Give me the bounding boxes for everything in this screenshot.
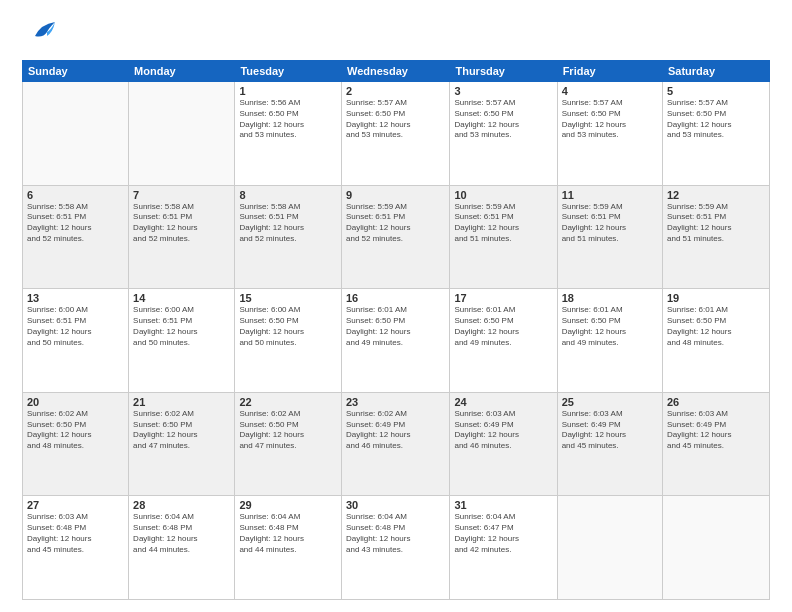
day-number: 15 [239,292,337,304]
day-info: Sunrise: 6:04 AM Sunset: 6:48 PM Dayligh… [346,512,445,555]
calendar-cell: 11Sunrise: 5:59 AM Sunset: 6:51 PM Dayli… [557,185,662,289]
calendar-cell: 4Sunrise: 5:57 AM Sunset: 6:50 PM Daylig… [557,82,662,186]
calendar-page: SundayMondayTuesdayWednesdayThursdayFrid… [0,0,792,612]
weekday-header-thursday: Thursday [450,61,557,82]
weekday-header-saturday: Saturday [663,61,770,82]
calendar-cell: 26Sunrise: 6:03 AM Sunset: 6:49 PM Dayli… [663,392,770,496]
calendar-cell: 27Sunrise: 6:03 AM Sunset: 6:48 PM Dayli… [23,496,129,600]
calendar-cell: 2Sunrise: 5:57 AM Sunset: 6:50 PM Daylig… [341,82,449,186]
day-info: Sunrise: 6:02 AM Sunset: 6:50 PM Dayligh… [27,409,124,452]
calendar-cell: 3Sunrise: 5:57 AM Sunset: 6:50 PM Daylig… [450,82,557,186]
calendar-cell: 13Sunrise: 6:00 AM Sunset: 6:51 PM Dayli… [23,289,129,393]
day-number: 25 [562,396,658,408]
logo-bird-icon [27,14,59,52]
day-number: 10 [454,189,552,201]
calendar-cell: 22Sunrise: 6:02 AM Sunset: 6:50 PM Dayli… [235,392,342,496]
calendar-cell: 18Sunrise: 6:01 AM Sunset: 6:50 PM Dayli… [557,289,662,393]
calendar-cell: 24Sunrise: 6:03 AM Sunset: 6:49 PM Dayli… [450,392,557,496]
logo [22,18,59,52]
day-number: 23 [346,396,445,408]
day-info: Sunrise: 6:01 AM Sunset: 6:50 PM Dayligh… [346,305,445,348]
calendar-cell: 14Sunrise: 6:00 AM Sunset: 6:51 PM Dayli… [129,289,235,393]
day-number: 31 [454,499,552,511]
calendar-cell [557,496,662,600]
day-number: 2 [346,85,445,97]
day-info: Sunrise: 6:02 AM Sunset: 6:50 PM Dayligh… [239,409,337,452]
calendar-cell: 8Sunrise: 5:58 AM Sunset: 6:51 PM Daylig… [235,185,342,289]
day-number: 14 [133,292,230,304]
day-info: Sunrise: 6:01 AM Sunset: 6:50 PM Dayligh… [562,305,658,348]
day-number: 28 [133,499,230,511]
calendar-cell: 5Sunrise: 5:57 AM Sunset: 6:50 PM Daylig… [663,82,770,186]
day-number: 4 [562,85,658,97]
calendar-cell: 12Sunrise: 5:59 AM Sunset: 6:51 PM Dayli… [663,185,770,289]
day-number: 29 [239,499,337,511]
day-info: Sunrise: 6:03 AM Sunset: 6:49 PM Dayligh… [562,409,658,452]
day-info: Sunrise: 5:57 AM Sunset: 6:50 PM Dayligh… [667,98,765,141]
day-info: Sunrise: 6:00 AM Sunset: 6:51 PM Dayligh… [27,305,124,348]
day-info: Sunrise: 5:58 AM Sunset: 6:51 PM Dayligh… [133,202,230,245]
day-info: Sunrise: 5:59 AM Sunset: 6:51 PM Dayligh… [454,202,552,245]
calendar-week-1: 1Sunrise: 5:56 AM Sunset: 6:50 PM Daylig… [23,82,770,186]
day-number: 3 [454,85,552,97]
weekday-header-monday: Monday [129,61,235,82]
weekday-header-sunday: Sunday [23,61,129,82]
calendar-cell [23,82,129,186]
day-number: 18 [562,292,658,304]
calendar-cell: 17Sunrise: 6:01 AM Sunset: 6:50 PM Dayli… [450,289,557,393]
day-info: Sunrise: 5:58 AM Sunset: 6:51 PM Dayligh… [27,202,124,245]
calendar-cell: 29Sunrise: 6:04 AM Sunset: 6:48 PM Dayli… [235,496,342,600]
calendar-cell: 23Sunrise: 6:02 AM Sunset: 6:49 PM Dayli… [341,392,449,496]
day-info: Sunrise: 5:59 AM Sunset: 6:51 PM Dayligh… [562,202,658,245]
day-number: 6 [27,189,124,201]
day-number: 16 [346,292,445,304]
day-info: Sunrise: 5:57 AM Sunset: 6:50 PM Dayligh… [454,98,552,141]
day-number: 27 [27,499,124,511]
day-info: Sunrise: 6:00 AM Sunset: 6:50 PM Dayligh… [239,305,337,348]
day-info: Sunrise: 6:02 AM Sunset: 6:49 PM Dayligh… [346,409,445,452]
calendar-cell: 30Sunrise: 6:04 AM Sunset: 6:48 PM Dayli… [341,496,449,600]
calendar-cell: 1Sunrise: 5:56 AM Sunset: 6:50 PM Daylig… [235,82,342,186]
day-number: 21 [133,396,230,408]
calendar-cell: 20Sunrise: 6:02 AM Sunset: 6:50 PM Dayli… [23,392,129,496]
weekday-header-wednesday: Wednesday [341,61,449,82]
day-number: 17 [454,292,552,304]
day-info: Sunrise: 5:58 AM Sunset: 6:51 PM Dayligh… [239,202,337,245]
calendar-cell: 21Sunrise: 6:02 AM Sunset: 6:50 PM Dayli… [129,392,235,496]
calendar-cell: 7Sunrise: 5:58 AM Sunset: 6:51 PM Daylig… [129,185,235,289]
calendar-cell: 16Sunrise: 6:01 AM Sunset: 6:50 PM Dayli… [341,289,449,393]
day-number: 30 [346,499,445,511]
day-number: 22 [239,396,337,408]
calendar-week-3: 13Sunrise: 6:00 AM Sunset: 6:51 PM Dayli… [23,289,770,393]
day-info: Sunrise: 6:01 AM Sunset: 6:50 PM Dayligh… [667,305,765,348]
day-info: Sunrise: 6:04 AM Sunset: 6:48 PM Dayligh… [239,512,337,555]
calendar-cell: 15Sunrise: 6:00 AM Sunset: 6:50 PM Dayli… [235,289,342,393]
day-info: Sunrise: 5:56 AM Sunset: 6:50 PM Dayligh… [239,98,337,141]
day-number: 19 [667,292,765,304]
day-number: 7 [133,189,230,201]
day-number: 12 [667,189,765,201]
day-info: Sunrise: 6:01 AM Sunset: 6:50 PM Dayligh… [454,305,552,348]
day-info: Sunrise: 6:00 AM Sunset: 6:51 PM Dayligh… [133,305,230,348]
calendar-cell: 9Sunrise: 5:59 AM Sunset: 6:51 PM Daylig… [341,185,449,289]
calendar-week-2: 6Sunrise: 5:58 AM Sunset: 6:51 PM Daylig… [23,185,770,289]
calendar-table: SundayMondayTuesdayWednesdayThursdayFrid… [22,60,770,600]
weekday-header-friday: Friday [557,61,662,82]
calendar-cell: 31Sunrise: 6:04 AM Sunset: 6:47 PM Dayli… [450,496,557,600]
calendar-cell: 6Sunrise: 5:58 AM Sunset: 6:51 PM Daylig… [23,185,129,289]
day-number: 1 [239,85,337,97]
day-info: Sunrise: 6:03 AM Sunset: 6:49 PM Dayligh… [667,409,765,452]
day-number: 9 [346,189,445,201]
day-info: Sunrise: 5:57 AM Sunset: 6:50 PM Dayligh… [346,98,445,141]
calendar-cell [129,82,235,186]
day-info: Sunrise: 6:04 AM Sunset: 6:47 PM Dayligh… [454,512,552,555]
day-number: 11 [562,189,658,201]
day-info: Sunrise: 6:04 AM Sunset: 6:48 PM Dayligh… [133,512,230,555]
calendar-cell: 10Sunrise: 5:59 AM Sunset: 6:51 PM Dayli… [450,185,557,289]
day-number: 8 [239,189,337,201]
day-number: 20 [27,396,124,408]
day-number: 26 [667,396,765,408]
day-number: 24 [454,396,552,408]
calendar-week-5: 27Sunrise: 6:03 AM Sunset: 6:48 PM Dayli… [23,496,770,600]
calendar-cell: 28Sunrise: 6:04 AM Sunset: 6:48 PM Dayli… [129,496,235,600]
